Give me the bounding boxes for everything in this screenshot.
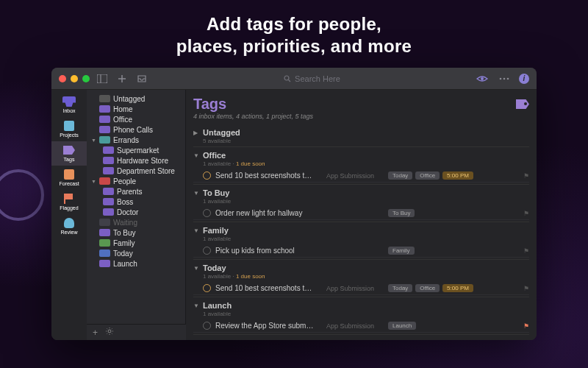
task-row[interactable]: Order new light for hallwayTo Buy⚑ — [193, 207, 529, 220]
tag-label: To Buy — [113, 229, 136, 237]
task-checkbox[interactable] — [203, 209, 211, 217]
task-checkbox[interactable] — [203, 171, 211, 180]
tag-label: Home — [113, 105, 133, 113]
disclosure-arrow-icon: ▼ — [91, 179, 96, 184]
tag-label: Parents — [117, 188, 142, 196]
disclosure-arrow-icon: ▼ — [193, 190, 199, 197]
nav-review[interactable]: Review — [51, 214, 87, 238]
tag-icon — [103, 208, 114, 216]
tag-home[interactable]: Home — [90, 104, 182, 114]
flag-icon[interactable]: ⚑ — [523, 247, 529, 255]
tag-label: Today — [113, 250, 133, 258]
tag-icon — [99, 105, 110, 113]
tag-label: Supermarket — [117, 146, 159, 155]
tag-phone-calls[interactable]: Phone Calls — [90, 124, 182, 135]
window-maximize-button[interactable] — [82, 75, 90, 82]
task-checkbox[interactable] — [203, 247, 211, 255]
view-options-button[interactable] — [475, 71, 490, 86]
tag-settings-button[interactable] — [105, 327, 114, 338]
tag-label: Doctor — [117, 208, 138, 216]
svg-point-10 — [108, 330, 111, 333]
tag-badge: Family — [388, 247, 415, 255]
more-options-button[interactable] — [497, 71, 512, 86]
task-row[interactable]: Pick up kids from schoolFamily⚑ — [193, 244, 529, 258]
tag-to-buy[interactable]: To Buy — [90, 227, 182, 238]
search-field[interactable]: Search Here — [198, 74, 426, 83]
tag-department-store[interactable]: Department Store — [90, 166, 182, 176]
task-row[interactable]: Review the App Store subm…App Submission… — [193, 319, 529, 333]
flag-icon[interactable]: ⚑ — [523, 322, 529, 330]
window-close-button[interactable] — [59, 75, 66, 82]
flag-icon[interactable]: ⚑ — [523, 210, 529, 217]
tag-icon — [103, 188, 114, 195]
tag-boss[interactable]: Boss — [90, 197, 182, 207]
tag-today[interactable]: Today — [90, 248, 182, 258]
disclosure-arrow-icon: ▼ — [193, 152, 199, 159]
svg-point-4 — [284, 76, 289, 80]
tag-waiting[interactable]: Waiting — [90, 217, 182, 227]
page-title: Tags — [193, 96, 313, 113]
tag-label: Phone Calls — [113, 126, 153, 134]
task-row[interactable]: Send 10 best screenshots t…App Submissio… — [193, 282, 529, 295]
tag-icon — [103, 157, 114, 164]
search-icon — [284, 75, 291, 82]
svg-point-7 — [500, 77, 502, 79]
info-button[interactable]: i — [519, 74, 529, 84]
sidebar-toggle-button[interactable] — [95, 71, 110, 86]
tag-badge: Today — [388, 171, 412, 180]
tag-launch[interactable]: Launch — [90, 258, 182, 269]
tag-badge: Office — [415, 284, 440, 292]
nav-projects[interactable]: Projects — [51, 117, 87, 141]
tag-label: Waiting — [113, 219, 137, 227]
task-checkbox[interactable] — [203, 322, 211, 330]
tag-icon — [103, 167, 114, 174]
section-title: Today — [203, 263, 226, 272]
inbox-quick-button[interactable] — [135, 71, 149, 86]
tag-label: People — [113, 177, 136, 185]
nav-label: Projects — [60, 132, 78, 138]
disclosure-arrow-icon: ▶ — [193, 130, 199, 136]
tag-label: Untagged — [113, 95, 145, 103]
tag-label: Errands — [113, 136, 139, 144]
flag-icon[interactable]: ⚑ — [523, 285, 529, 292]
disclosure-arrow-icon — [91, 261, 96, 266]
disclosure-arrow-icon: ▼ — [193, 302, 199, 309]
task-project: App Submission — [326, 172, 384, 180]
disclosure-arrow-icon — [91, 220, 96, 225]
tag-panel-footer: + — [87, 324, 186, 340]
section-subtitle: 1 available — [193, 198, 529, 205]
nav-inbox[interactable]: Inbox — [51, 93, 87, 117]
section-subtitle: 1 available · 1 due soon — [193, 160, 529, 167]
add-button[interactable] — [115, 71, 129, 86]
window-minimize-button[interactable] — [71, 75, 78, 82]
disclosure-arrow-icon: ▼ — [193, 265, 199, 272]
nav-forecast[interactable]: Forecast — [51, 166, 87, 190]
tag-parents[interactable]: Parents — [90, 186, 182, 197]
tag-icon — [99, 229, 110, 236]
tag-office[interactable]: Office — [90, 114, 182, 124]
tag-badge: Office — [415, 171, 440, 180]
tag-supermarket[interactable]: Supermarket — [90, 145, 182, 155]
nav-label: Tags — [64, 157, 75, 162]
section-title: Office — [203, 151, 226, 160]
disclosure-arrow-icon — [91, 96, 96, 102]
tag-errands[interactable]: ▼Errands — [90, 135, 182, 145]
tag-hardware-store[interactable]: Hardware Store — [90, 155, 182, 166]
disclosure-arrow-icon — [91, 230, 96, 236]
tag-icon — [99, 126, 110, 133]
flag-icon[interactable]: ⚑ — [523, 172, 529, 180]
tag-untagged[interactable]: Untagged — [90, 93, 182, 104]
tag-icon — [99, 250, 110, 257]
tag-people[interactable]: ▼People — [90, 176, 182, 186]
task-row[interactable]: Send 10 best screenshots t…App Submissio… — [193, 169, 529, 183]
disclosure-arrow-icon: ▼ — [91, 138, 96, 143]
nav-flagged[interactable]: Flagged — [51, 190, 87, 214]
nav-tags[interactable]: Tags — [51, 141, 87, 166]
tag-family[interactable]: Family — [90, 238, 182, 248]
tag-label: Hardware Store — [117, 157, 168, 165]
add-tag-button[interactable]: + — [93, 328, 98, 338]
tag-doctor[interactable]: Doctor — [90, 207, 182, 217]
tag-label: Launch — [113, 260, 137, 268]
tag-icon — [99, 95, 110, 102]
task-checkbox[interactable] — [203, 284, 211, 292]
